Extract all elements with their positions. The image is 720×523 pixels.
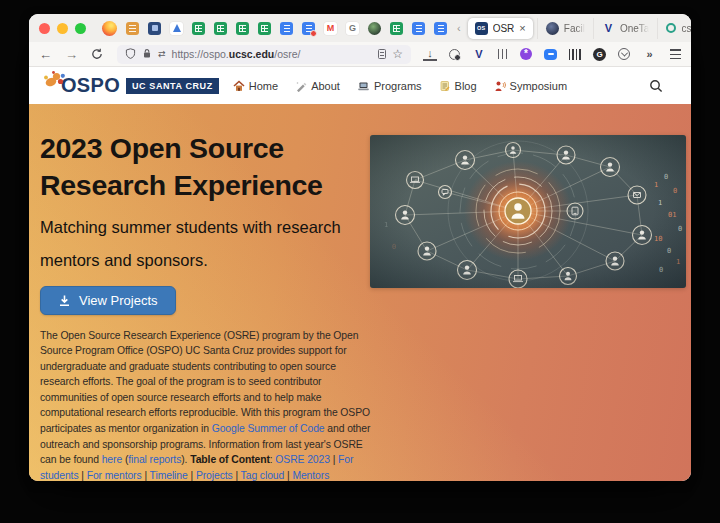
intro-text: | [78,470,86,481]
page-title: 2023 Open Source Research Experience [40,130,370,204]
site-nav: Home About Programs Blog Symposium [233,80,567,92]
nav-item-home[interactable]: Home [233,80,278,92]
url-bar[interactable]: ⇄ https://ospo.ucsc.edu/osre/ ☆ [117,45,411,64]
hero-image: 10 01 010 100 10 10 [370,135,686,288]
intro-link[interactable]: Mentors [292,470,329,481]
google-drive-favicon[interactable] [170,22,183,35]
tab-bar: MG ‹ OS OSR × Facil V OneTa css12 › › [29,14,691,42]
docs-favicon[interactable] [280,22,293,35]
tab-label: OneTa [620,23,649,34]
memo-icon [439,80,451,92]
shield-icon[interactable] [125,45,136,63]
browser-window: MG ‹ OS OSR × Facil V OneTa css12 › › ← … [29,14,691,481]
barcode-extension-icon[interactable] [569,49,581,60]
intro-text: | [188,470,196,481]
close-tab-icon[interactable]: × [519,23,525,34]
nav-item-symposium[interactable]: Symposium [494,80,567,92]
sheets-favicon[interactable] [192,22,205,35]
flower-extension-icon[interactable]: * [520,48,532,60]
pocket-icon[interactable] [618,48,630,60]
url-text[interactable]: https://ospo.ucsc.edu/osre/ [172,48,301,60]
refresh-icon[interactable] [91,48,103,60]
tab-facil[interactable]: Facil [537,18,593,39]
docs-badge-favicon[interactable] [302,22,315,35]
intro-text: The Open Source Research Experience (OSR… [40,330,370,435]
container-arrows-icon[interactable]: ⇄ [158,49,166,59]
zoom-window-button[interactable] [75,23,86,34]
logo-blob-icon [41,69,67,95]
stats-lines-icon[interactable] [498,49,508,59]
tab-label: Facil [564,23,585,34]
v-extension-icon[interactable]: V [472,47,486,61]
site-info-globe-icon[interactable] [449,49,460,60]
ospo-favicon: OS [475,22,488,35]
tab-css[interactable]: css12 [657,18,691,39]
nav-item-blog[interactable]: Blog [439,80,477,92]
tab-favicon [666,23,676,33]
intro-link[interactable]: Projects [196,470,233,481]
gmail-favicon[interactable]: M [324,22,337,35]
tab-favicon: V [602,22,615,35]
dark-circle-g-icon[interactable]: G [593,48,606,61]
reader-view-icon[interactable] [378,49,386,59]
intro-link[interactable]: Timeline [150,470,188,481]
intro-link[interactable]: Tag cloud [241,470,285,481]
tab-label: OSR [493,23,515,34]
sheets-favicon[interactable] [236,22,249,35]
laptop-icon [357,80,370,92]
docs-favicon[interactable] [412,22,425,35]
navigation-toolbar: ← → ⇄ https://ospo.ucsc.edu/osre/ ☆ ↓V*G… [29,42,691,67]
nav-item-programs[interactable]: Programs [357,80,422,92]
intro-text: | [330,454,338,465]
writing-hand-icon [295,80,307,92]
intro-link[interactable]: final reports [128,454,181,465]
intro-link[interactable]: Google Summer of Code [212,423,325,434]
tab-active-ospo[interactable]: OS OSR × [468,18,533,39]
forward-icon[interactable]: → [65,47,78,62]
lock-icon[interactable] [142,45,152,63]
orange-grid-favicon[interactable] [126,22,139,35]
download-icon[interactable]: ↓ [423,48,437,61]
sheets-favicon[interactable] [258,22,271,35]
page-subtitle: Matching summer students with research m… [40,211,364,277]
sheets-favicon[interactable] [390,22,403,35]
overflow-chevrons-icon[interactable]: » [642,47,656,61]
scroll-tabs-left-icon[interactable]: ‹ [457,22,461,34]
navy-app-favicon[interactable] [148,22,161,35]
sheets-favicon[interactable] [214,22,227,35]
intro-text: | [142,470,150,481]
page-content: 2023 Open Source Research Experience Mat… [29,104,691,481]
intro-paragraph: The Open Source Research Experience (OSR… [40,328,374,482]
window-controls [39,23,86,34]
site-header: OSPO UC SANTA CRUZ Home About Programs B… [29,67,691,104]
back-icon[interactable]: ← [39,47,52,62]
intro-link[interactable]: For mentors [87,470,142,481]
tab-onetab[interactable]: V OneTa [593,18,657,39]
intro-link[interactable]: here [102,454,122,465]
intro-bold-text: Table of Content [190,454,270,465]
minimize-window-button[interactable] [57,23,68,34]
firefox-favicon[interactable] [102,21,117,36]
dark-globe-favicon[interactable] [368,22,381,35]
intro-text: ). [181,454,190,465]
view-projects-button[interactable]: View Projects [40,286,176,315]
chat-extension-icon[interactable] [544,49,557,60]
house-icon [233,80,245,92]
nav-item-about[interactable]: About [295,80,340,92]
pinned-tabs: MG [102,21,447,36]
ospo-logo[interactable]: OSPO UC SANTA CRUZ [41,73,219,99]
docs-favicon[interactable] [434,22,447,35]
logo-badge: UC SANTA CRUZ [126,78,219,94]
google-favicon[interactable]: G [346,22,359,35]
tab-label: css12 [681,23,691,34]
logo-text: OSPO [61,74,120,97]
bookmark-star-icon[interactable]: ☆ [392,48,403,60]
close-window-button[interactable] [39,23,50,34]
speaker-icon [494,80,506,92]
intro-link[interactable]: OSRE 2023 [275,454,330,465]
app-menu-icon[interactable] [670,49,681,59]
search-icon[interactable] [649,79,663,93]
download-icon [58,294,71,307]
extension-icons: ↓V*G» [423,47,681,61]
tab-favicon [546,22,559,35]
